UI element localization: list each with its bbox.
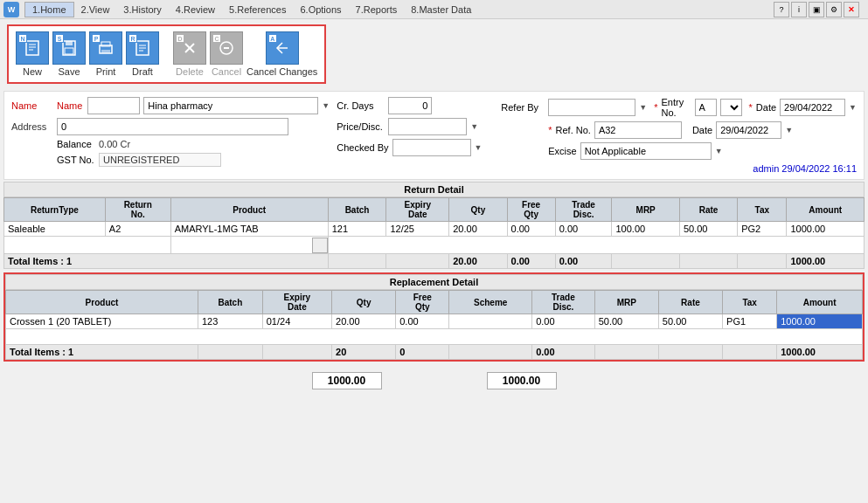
- col-free-qty: FreeQty: [507, 198, 555, 222]
- return-detail-section: Return Detail ReturnType ReturnNo. Produ…: [3, 182, 865, 269]
- settings-icon[interactable]: ⚙: [826, 2, 842, 17]
- cell-tax: PG2: [738, 222, 787, 237]
- excise-input[interactable]: [580, 142, 712, 160]
- menu-reports[interactable]: 7.Reports: [349, 3, 405, 17]
- price-disc-arrow[interactable]: ▼: [470, 122, 478, 131]
- col-return-no: ReturnNo.: [105, 198, 170, 222]
- name-label: Name: [11, 100, 53, 111]
- rep-col-trade-disc: TradeDisc.: [532, 291, 595, 314]
- help-icon[interactable]: ?: [774, 2, 789, 17]
- replacement-detail-section: Replacement Detail Product Batch ExpiryD…: [3, 272, 865, 362]
- rep-total-items-label: Total Items : 1: [6, 345, 198, 360]
- address-label: Address: [11, 121, 53, 132]
- pharmacy-dropdown-arrow[interactable]: ▼: [322, 101, 330, 110]
- new-button[interactable]: N New: [16, 31, 49, 77]
- gst-value: UNREGISTERED: [99, 153, 221, 167]
- checked-by-label: Checked By: [337, 142, 388, 153]
- print-button[interactable]: P Print: [89, 31, 122, 77]
- rep-cell-expiry: 01/24: [262, 314, 331, 329]
- price-disc-input[interactable]: [388, 118, 467, 135]
- cancel-button[interactable]: C Cancel: [210, 31, 243, 77]
- rep-col-tax: Tax: [723, 291, 777, 314]
- save-button[interactable]: S Save: [52, 31, 86, 77]
- cell-rate: 50.00: [679, 222, 737, 237]
- svg-rect-9: [101, 50, 110, 53]
- rep-col-batch: Batch: [198, 291, 263, 314]
- rep-cell-trade-disc: 0.00: [532, 314, 595, 329]
- rep-total-free-qty: 0: [396, 345, 449, 360]
- rep-cell-tax: PG1: [723, 314, 777, 329]
- menu-home[interactable]: 1.Home: [24, 2, 74, 17]
- draft-button[interactable]: R Draft: [126, 31, 159, 77]
- gst-label: GST No.: [57, 155, 95, 165]
- cell-expiry: 12/25: [386, 222, 449, 237]
- cell-amount: 1000.00: [787, 222, 865, 237]
- bottom-total-1: 1000.00: [312, 372, 382, 389]
- total-trade-disc: 0.00: [555, 254, 612, 269]
- checked-by-arrow[interactable]: ▼: [475, 143, 483, 152]
- checked-by-input[interactable]: [392, 139, 471, 156]
- delete-button[interactable]: D Delete: [173, 31, 206, 77]
- excise-label: Excise: [548, 146, 576, 156]
- total-qty: 20.00: [449, 254, 507, 269]
- balance-label: Balance: [57, 139, 95, 149]
- svg-rect-6: [65, 48, 73, 54]
- bottom-totals: 1000.00 1000.00: [0, 369, 868, 393]
- menu-references[interactable]: 5.References: [222, 3, 293, 17]
- rep-total-amount: 1000.00: [777, 345, 863, 360]
- svg-rect-0: [26, 41, 38, 55]
- menu-history[interactable]: 3.History: [116, 3, 168, 17]
- rep-col-rate: Rate: [658, 291, 722, 314]
- cr-days-input[interactable]: [388, 97, 432, 114]
- address-input[interactable]: [57, 118, 288, 135]
- ref-no-input[interactable]: [594, 121, 682, 139]
- cancel-changes-button[interactable]: A Cancel Changes: [247, 31, 317, 77]
- rep-col-product: Product: [6, 291, 198, 314]
- entry-no-label: Entry No.: [661, 97, 691, 118]
- product-dropdown[interactable]: ▼: [312, 238, 328, 253]
- date2-arrow[interactable]: ▼: [785, 126, 793, 134]
- return-detail-title: Return Detail: [3, 182, 865, 197]
- cell-mrp: 100.00: [612, 222, 679, 237]
- date-input[interactable]: [780, 99, 845, 116]
- title-bar: W 1.Home 2.View 3.History 4.Review 5.Ref…: [0, 0, 868, 19]
- col-expiry: ExpiryDate: [386, 198, 449, 222]
- info-icon[interactable]: i: [791, 2, 807, 17]
- pharmacy-name-input[interactable]: [143, 97, 318, 114]
- rep-total-qty: 20: [332, 345, 396, 360]
- rep-empty-row: [6, 329, 863, 345]
- close-icon[interactable]: ✕: [844, 2, 859, 17]
- bottom-total-2: 1000.00: [487, 372, 557, 389]
- entry-no-select[interactable]: [720, 99, 742, 116]
- refer-by-input[interactable]: [548, 99, 635, 116]
- rep-col-expiry: ExpiryDate: [262, 291, 331, 314]
- total-items-label: Total Items : 1: [4, 254, 329, 269]
- name-code-input[interactable]: [87, 97, 140, 114]
- menu-icons: ? i ▣ ⚙ ✕: [774, 2, 863, 17]
- rep-cell-product: Crossen 1 (20 TABLET): [6, 314, 198, 329]
- date-arrow[interactable]: ▼: [849, 103, 857, 112]
- col-rate: Rate: [679, 198, 737, 222]
- cell-return-type: Saleable: [4, 222, 106, 237]
- col-product: Product: [170, 198, 328, 222]
- rep-cell-mrp: 50.00: [594, 314, 658, 329]
- menu-view[interactable]: 2.View: [74, 3, 117, 17]
- window-icon[interactable]: ▣: [809, 2, 824, 17]
- menu-review[interactable]: 4.Review: [169, 3, 222, 17]
- entry-no-input[interactable]: [695, 99, 717, 116]
- rep-col-mrp: MRP: [594, 291, 658, 314]
- rep-cell-scheme: [449, 314, 532, 329]
- rep-col-qty: Qty: [332, 291, 396, 314]
- date2-input[interactable]: [716, 121, 781, 139]
- admin-info: admin 29/04/2022 16:11: [501, 163, 857, 174]
- app-logo: W: [3, 2, 19, 17]
- menu-masterdata[interactable]: 8.Master Data: [404, 3, 478, 17]
- excise-arrow[interactable]: ▼: [715, 147, 723, 155]
- menu-options[interactable]: 6.Options: [293, 3, 348, 17]
- rep-cell-batch: 123: [198, 314, 263, 329]
- ref-no-label: Ref. No.: [556, 125, 591, 135]
- refer-by-arrow[interactable]: ▼: [639, 103, 647, 112]
- table-row: Saleable A2 AMARYL-1MG TAB 121 12/25 20.…: [4, 222, 865, 237]
- date-label: Date: [756, 102, 776, 113]
- empty-row: ▼: [4, 237, 865, 254]
